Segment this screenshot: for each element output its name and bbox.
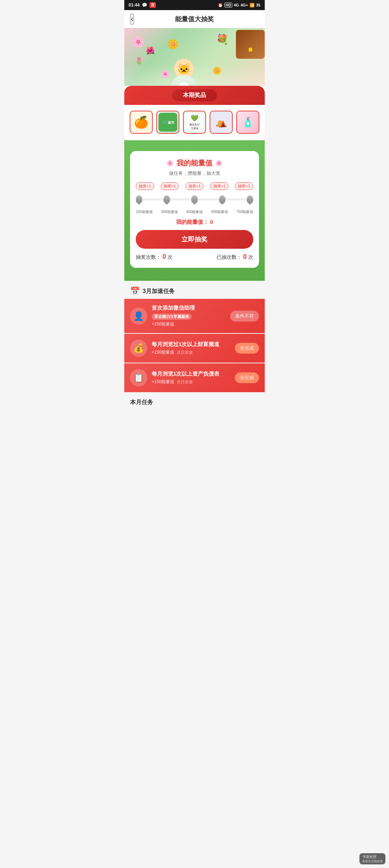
hd-icon: HD <box>224 3 232 8</box>
green-section: 🌸 我的能量值 🌸 做任务，攒能量，抽大奖 抽奖+1 抽奖+1 抽奖+1 抽奖+… <box>124 140 265 281</box>
page-title: 能量值大抽奖 <box>175 15 214 23</box>
milestone-node-3 <box>191 195 198 203</box>
used-count-unit: 次 <box>248 254 253 260</box>
status-bar: 01:44 💬 百 ⏰ HD 4G 4G+ 📶 35 <box>124 0 265 10</box>
prize-header-label: 本期奖品 <box>172 89 217 101</box>
task-info-wealth: 每月浏览过1次以上财富频道 +150能量值 次日发放 <box>152 341 231 355</box>
milestone-node-2 <box>164 195 170 203</box>
flower-decoration-2: 🌺 <box>146 46 155 55</box>
task-badge-wechat: 享企微1V1专属服务 <box>152 314 192 320</box>
milestone-value-4: 600能量值 <box>211 209 228 214</box>
energy-card: 🌸 我的能量值 🌸 做任务，攒能量，抽大奖 抽奖+1 抽奖+1 抽奖+1 抽奖+… <box>130 151 259 268</box>
task-reward-value-wealth: +150能量值 <box>152 350 174 355</box>
my-energy-display: 我的能量值： 0 <box>136 219 253 226</box>
alarm-icon: ⏰ <box>218 3 223 8</box>
energy-title: 🌸 我的能量值 🌸 <box>136 158 253 168</box>
wifi-icon: 📶 <box>250 3 255 8</box>
milestone-label-5: 抽奖+1 <box>235 182 253 190</box>
milestone-node-4 <box>219 195 225 203</box>
march-tasks-title: 3月加速任务 <box>143 288 175 295</box>
balance-icon: 📋 <box>133 373 144 383</box>
draw-stats: 抽奖次数： 0 次 已抽次数： 0 次 <box>136 253 253 261</box>
calendar-icon: 📅 <box>130 287 140 296</box>
character-logo: 农行 <box>178 82 189 86</box>
draw-count-unit: 次 <box>167 254 173 260</box>
used-count-label: 已抽次数： <box>216 254 242 260</box>
draw-lottery-button[interactable]: 立即抽奖 <box>136 230 253 249</box>
task-reward-value-balance: +150能量值 <box>152 379 174 384</box>
status-bar-left: 01:44 💬 百 <box>129 2 156 8</box>
juice-emoji: 🍊 <box>134 115 148 129</box>
wechat-pay-icon: 💚 <box>191 114 198 122</box>
task-name-balance: 每月浏览1次以上资产负债表 <box>152 371 219 377</box>
milestone-label-1: 抽奖+1 <box>136 182 154 190</box>
supermarket-label: 🛒 超市 <box>158 113 177 132</box>
app-icon: 百 <box>149 2 156 8</box>
prize-items-list: 🍊 🛒 超市 💚 微信支付立减金 ⛺ 🧴 <box>124 105 265 134</box>
back-button[interactable]: ‹ <box>130 14 134 25</box>
task-icon-wechat-assistant: 👤 <box>130 307 147 325</box>
milestone-value-5: 750能量值 <box>236 209 253 214</box>
task-name-wealth: 每月浏览过1次以上财富频道 <box>152 341 219 348</box>
milestone-values: 150能量值 300能量值 450能量值 600能量值 750能量值 <box>136 209 253 214</box>
task-reward-wechat: +150能量值 <box>152 321 226 327</box>
flower-left-icon: 🌸 <box>166 160 174 167</box>
tasks-section: 📅 3月加速任务 👤 首次添加微信助理 享企微1V1专属服务 +150能量值 条… <box>124 281 265 392</box>
my-energy-value: 0 <box>210 219 213 225</box>
wechat-card-inner: 💚 微信支付立减金 <box>185 113 204 132</box>
task-name-wechat: 首次添加微信助理 <box>152 305 195 311</box>
flower-decoration-3: 🌼 <box>167 39 179 49</box>
task-button-wealth-channel[interactable]: 去完成 <box>235 343 259 354</box>
tent-emoji: ⛺ <box>215 117 227 128</box>
hero-banner: 🌸 🌺 🌼 🌷 🌸 💐 🌼 🐱 农行 绿色多样沙棘 <box>124 28 265 86</box>
flower-decoration-7: 🌼 <box>213 66 222 75</box>
flower-right-icon: 🌸 <box>215 160 223 167</box>
task-icon-wealth: 💰 <box>130 340 147 357</box>
task-card-balance-sheet: 📋 每月浏览1次以上资产负债表 +150能量值 次日发放 去完成 <box>124 363 265 392</box>
task-button-balance-sheet[interactable]: 去完成 <box>235 372 259 383</box>
draw-count-display: 抽奖次数： 0 次 <box>136 253 173 261</box>
energy-subtitle: 做任务，攒能量，抽大奖 <box>136 170 253 177</box>
milestone-label-4: 抽奖+1 <box>210 182 229 190</box>
prize-item-cosmetic[interactable]: 🧴 <box>236 111 259 134</box>
time-display: 01:44 <box>129 3 140 8</box>
task-button-wechat-assistant[interactable]: 条件不符 <box>230 311 259 322</box>
wealth-icon: 💰 <box>133 343 144 353</box>
prize-item-juice[interactable]: 🍊 <box>130 111 153 134</box>
milestone-label-2: 抽奖+1 <box>161 182 179 190</box>
task-card-wealth-channel: 💰 每月浏览过1次以上财富频道 +150能量值 次日发放 去完成 <box>124 334 265 363</box>
bottom-section: 本月任务 <box>124 393 265 406</box>
flower-decoration-6: 💐 <box>216 34 229 45</box>
status-bar-right: ⏰ HD 4G 4G+ 📶 35 <box>218 3 260 8</box>
milestone-node-5 <box>247 195 253 203</box>
signal-4gplus-icon: 4G+ <box>241 3 248 7</box>
milestone-label-3: 抽奖+1 <box>185 182 204 190</box>
corner-decoration: 绿色多样沙棘 <box>236 30 265 59</box>
milestone-value-3: 450能量值 <box>186 209 203 214</box>
prize-section: 本期奖品 🍊 🛒 超市 💚 微信支付立减金 ⛺ 🧴 <box>124 86 265 141</box>
task-reward-balance: +150能量值 次日发放 <box>152 379 231 385</box>
draw-count-value: 0 <box>162 253 166 260</box>
flower-decoration-5: 🌸 <box>160 69 170 79</box>
task-reward-value-wechat: +150能量值 <box>152 322 174 327</box>
task-info-wechat-assistant: 首次添加微信助理 享企微1V1专属服务 +150能量值 <box>152 305 226 327</box>
task-card-wechat-assistant: 👤 首次添加微信助理 享企微1V1专属服务 +150能量值 条件不符 <box>124 299 265 333</box>
my-energy-label: 我的能量值： <box>176 219 209 225</box>
character-body: 农行 <box>171 76 196 86</box>
prize-header: 本期奖品 <box>124 86 265 105</box>
page-header: ‹ 能量值大抽奖 <box>124 10 265 28</box>
wechat-assistant-icon: 👤 <box>133 311 144 321</box>
used-count-display: 已抽次数： 0 次 <box>216 253 253 261</box>
battery-level: 35 <box>256 3 260 7</box>
task-reward-wealth: +150能量值 次日发放 <box>152 349 231 355</box>
prize-item-supermarket[interactable]: 🛒 超市 <box>156 111 179 134</box>
prize-item-tent[interactable]: ⛺ <box>210 111 233 134</box>
cosmetic-emoji: 🧴 <box>242 117 254 128</box>
used-count-value: 0 <box>243 253 247 260</box>
prize-item-wechat[interactable]: 💚 微信支付立减金 <box>183 111 206 134</box>
message-icon: 💬 <box>142 3 147 8</box>
energy-title-text: 我的能量值 <box>176 158 213 168</box>
milestone-nodes <box>136 195 253 203</box>
flower-decoration-1: 🌸 <box>131 35 145 48</box>
task-info-balance: 每月浏览1次以上资产负债表 +150能量值 次日发放 <box>152 371 231 385</box>
